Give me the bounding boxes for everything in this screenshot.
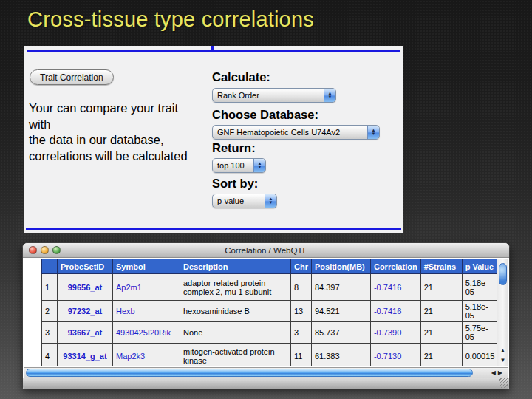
trait-correlation-button[interactable]: Trait Correlation xyxy=(30,69,114,85)
choose-database-label: Choose Database: xyxy=(212,108,318,122)
scroll-down-icon[interactable]: ▼ xyxy=(497,355,508,365)
position-cell: 94.521 xyxy=(311,301,370,322)
description-cell: None xyxy=(180,322,291,344)
description-cell: hexosaminidase B xyxy=(180,301,291,322)
top-divider xyxy=(27,50,400,52)
database-select-value: GNF Hematopoietic Cells U74Av2 xyxy=(213,128,367,137)
dropdown-stepper-icon: ▲▼ xyxy=(367,126,379,139)
vertical-scrollbar[interactable]: ▲ ▼ xyxy=(497,259,508,366)
correlation-link[interactable]: -0.7130 xyxy=(374,352,401,361)
probeset-link[interactable]: 97232_at xyxy=(68,307,103,316)
window-statusbar xyxy=(23,378,509,389)
scroll-up-icon[interactable]: ▲ xyxy=(497,346,508,355)
table-row: 1 99656_at Ap2m1 adaptor-related protein… xyxy=(42,274,501,301)
description-line: with xyxy=(29,117,188,133)
pvalue-cell: 0.00015 xyxy=(462,344,500,367)
header-description: Description xyxy=(180,259,291,274)
row-index: 1 xyxy=(42,274,58,301)
sort-by-select[interactable]: p-value ▲▼ xyxy=(212,194,277,208)
header-probesetid: ProbeSetID xyxy=(58,259,113,274)
pvalue-cell: 5.18e-05 xyxy=(462,274,500,301)
horizontal-scroll-arrows[interactable]: ◀▶ xyxy=(491,368,505,378)
bottom-divider xyxy=(26,228,401,230)
symbol-link[interactable]: 4930425I20Rik xyxy=(116,328,171,337)
description-cell: mitogen-activated protein kinase xyxy=(180,344,291,367)
vertical-scrollbar-thumb[interactable] xyxy=(499,263,507,285)
table-row: 3 93667_at 4930425I20Rik None 3 85.737 -… xyxy=(42,322,501,344)
header-symbol: Symbol xyxy=(113,259,180,274)
strains-cell: 21 xyxy=(420,274,462,301)
header-correlation: Correlation xyxy=(370,259,420,274)
correlation-window: Correlation / WebQTL ProbeSetID Symbol D… xyxy=(22,242,510,389)
position-cell: 84.397 xyxy=(311,274,370,301)
description-line: Your can compare your trait xyxy=(29,100,188,117)
correlation-link[interactable]: -0.7416 xyxy=(374,307,401,316)
table-header-row: ProbeSetID Symbol Description Chr Positi… xyxy=(42,259,501,274)
correlation-table: ProbeSetID Symbol Description Chr Positi… xyxy=(41,259,501,366)
window-titlebar[interactable]: Correlation / WebQTL xyxy=(23,243,509,258)
return-select-value: top 100 xyxy=(213,161,253,170)
position-cell: 61.383 xyxy=(311,344,370,367)
header-chr: Chr xyxy=(291,259,312,274)
description-line: the data in our database, xyxy=(29,132,188,149)
window-content: ProbeSetID Symbol Description Chr Positi… xyxy=(24,259,508,366)
dropdown-stepper-icon: ▲▼ xyxy=(265,194,276,208)
strains-cell: 21 xyxy=(420,322,462,344)
correlation-link[interactable]: -0.7416 xyxy=(374,283,401,292)
horizontal-scrollbar-thumb[interactable] xyxy=(26,369,473,377)
probeset-link[interactable]: 99656_at xyxy=(68,283,103,292)
header-strains: #Strains xyxy=(420,259,462,274)
row-index: 2 xyxy=(42,301,58,322)
pvalue-cell: 5.18e-05 xyxy=(462,301,500,322)
traffic-lights xyxy=(29,246,61,254)
calculate-label: Calculate: xyxy=(212,70,270,84)
pvalue-cell: 5.75e-05 xyxy=(462,322,500,344)
header-index xyxy=(42,259,58,274)
slide-title: Cross-tissue type correlations xyxy=(27,7,314,32)
vertical-scroll-arrows[interactable]: ▲ ▼ xyxy=(497,346,508,365)
zoom-button[interactable] xyxy=(52,246,61,254)
table-row: 4 93314_g_at Map2k3 mitogen-activated pr… xyxy=(42,344,501,367)
divider-tick xyxy=(211,46,214,50)
database-select[interactable]: GNF Hematopoietic Cells U74Av2 ▲▼ xyxy=(212,125,380,140)
sort-by-select-value: p-value xyxy=(213,197,265,205)
header-pvalue: p Value xyxy=(462,259,500,274)
sort-by-label: Sort by: xyxy=(212,177,258,191)
probeset-link[interactable]: 93667_at xyxy=(68,328,103,337)
resize-grip-icon[interactable] xyxy=(499,378,508,388)
window-title: Correlation / WebQTL xyxy=(23,243,509,258)
return-select[interactable]: top 100 ▲▼ xyxy=(212,158,266,173)
header-position: Position(MB) xyxy=(311,259,370,274)
symbol-link[interactable]: Hexb xyxy=(116,307,135,316)
row-index: 4 xyxy=(42,344,58,367)
row-index: 3 xyxy=(42,322,58,344)
symbol-link[interactable]: Ap2m1 xyxy=(116,283,142,292)
description-cell: adaptor-related protein complex 2, mu 1 … xyxy=(180,274,291,301)
probeset-link[interactable]: 93314_g_at xyxy=(63,352,106,361)
chr-cell: 3 xyxy=(291,322,312,344)
close-button[interactable] xyxy=(29,246,37,254)
form-description: Your can compare your trait with the dat… xyxy=(29,100,188,164)
dropdown-stepper-icon: ▲▼ xyxy=(324,89,335,102)
description-line: correlations will be calculated xyxy=(29,149,188,165)
strains-cell: 21 xyxy=(420,301,462,322)
chr-cell: 8 xyxy=(291,274,312,301)
minimize-button[interactable] xyxy=(41,246,49,254)
calculate-select-value: Rank Order xyxy=(213,91,324,100)
strains-cell: 21 xyxy=(420,344,462,367)
correlation-link[interactable]: -0.7390 xyxy=(374,328,401,337)
position-cell: 85.737 xyxy=(311,322,370,344)
symbol-link[interactable]: Map2k3 xyxy=(116,352,145,361)
calculate-select[interactable]: Rank Order ▲▼ xyxy=(212,88,336,103)
dropdown-stepper-icon: ▲▼ xyxy=(253,159,265,172)
chr-cell: 11 xyxy=(291,344,312,367)
slide-background: Cross-tissue type correlations Trait Cor… xyxy=(0,0,532,399)
return-label: Return: xyxy=(212,141,256,155)
correlation-form-panel: Trait Correlation Your can compare your … xyxy=(24,46,403,233)
table-row: 2 97232_at Hexb hexosaminidase B 13 94.5… xyxy=(42,301,501,322)
chr-cell: 13 xyxy=(291,301,312,322)
horizontal-scrollbar[interactable]: ◀▶ xyxy=(24,367,508,378)
